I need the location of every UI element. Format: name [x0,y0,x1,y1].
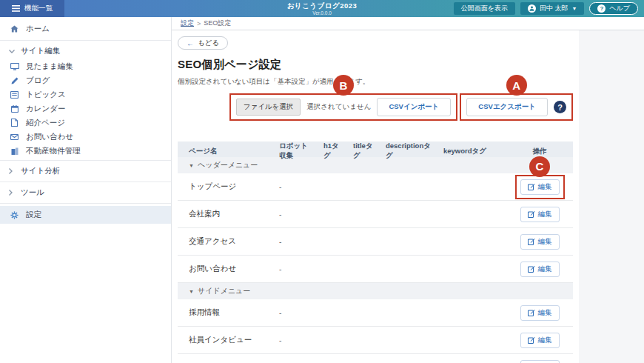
sidebar-item-label: 設定 [26,210,41,220]
sidebar-item-settings[interactable]: 設定 [0,206,171,224]
robot-value: - [268,265,312,273]
main-area: 設定 > SEO設定 ← もどる SEO個別ページ設定 個別設定されていない項目… [172,17,644,363]
edit-label: 編集 [538,182,552,192]
edit-label: 編集 [538,308,552,318]
sidebar-item-label: ブログ [26,76,50,86]
edit-button[interactable]: 編集 [520,179,560,195]
sidebar: ホーム サイト編集 見たまま編集 ブログ トピックス [0,17,172,363]
edit-label: 編集 [538,237,552,247]
edit-button[interactable]: 編集 [520,333,560,348]
sidebar-item-label: 見たまま編集 [26,61,73,72]
no-file-selected-text: 選択されていません [306,102,371,112]
edit-icon [528,210,535,218]
triangle-down-icon: ▼ [189,289,194,294]
table-row: 環境・制度 - 編集 [178,354,573,363]
calendar-icon [10,105,19,113]
annotation-badge-b: B [333,75,354,96]
sidebar-item-label: 不動産物件管理 [26,146,81,156]
table-row: 会社案内 - 編集 [178,201,573,228]
sidebar-item-real-estate[interactable]: 不動産物件管理 [0,144,171,158]
help-icon: ? [597,4,606,13]
sidebar-item-home[interactable]: ホーム [0,20,171,38]
triangle-down-icon: ▼ [189,163,194,168]
sidebar-item-label: ホーム [26,24,50,34]
page-name: お問い合わせ [178,264,268,274]
edit-icon [528,238,535,245]
divider [0,203,171,204]
back-arrow-icon: ← [187,39,194,47]
edit-button[interactable]: 編集 [520,207,560,222]
divider [0,182,171,182]
edit-button[interactable]: 編集 [520,360,560,363]
edit-label: 編集 [538,210,552,219]
page-name: 交通アクセス [178,236,268,247]
user-name: 田中 太郎 [540,4,568,13]
sidebar-section-label: ツール [21,187,44,198]
edit-icon [528,336,535,344]
user-menu-button[interactable]: 田中 太郎 ▼ [520,2,584,15]
robot-value: - [268,309,312,317]
table-row: 社員インタビュー - 編集 [178,327,573,354]
csv-export-button[interactable]: CSVエクスポート [466,98,548,116]
annotation-badge-c: C [529,156,550,177]
sidebar-section-site-analysis[interactable]: サイト分析 [0,163,171,179]
table-row: 採用情報 - 編集 [178,299,573,327]
help-button[interactable]: ? ヘルプ [589,2,638,15]
edit-button[interactable]: 編集 [520,305,560,321]
sidebar-item-label: お問い合わせ [26,132,73,142]
chevron-right-icon [9,190,16,196]
sidebar-item-label: 紹介ページ [26,118,65,128]
column-header-h1: h1タグ [312,141,342,161]
sidebar-item-label: カレンダー [26,104,65,114]
page-name: 採用情報 [178,307,268,318]
table-row: 交通アクセス - 編集 [178,228,573,256]
robot-value: - [268,183,312,191]
content-card: ← もどる SEO個別ページ設定 個別設定されていない項目は「基本設定」が適用さ… [172,30,579,363]
edit-button[interactable]: 編集 [520,262,560,277]
column-header-actions: 操作 [506,147,573,156]
app-title-block: おりこうブログ2023 Ver.0.0.0 [287,0,358,16]
pencil-icon [10,77,19,84]
seo-pages-table: ページ名 ロボット収集 h1タグ titleタグ descriptionタグ k… [178,141,573,363]
sidebar-item-calendar[interactable]: カレンダー [0,101,171,116]
sidebar-item-topics[interactable]: トピックス [0,87,171,101]
group-row-side-menu[interactable]: ▼サイドメニュー [178,283,573,299]
edit-label: 編集 [538,336,552,345]
edit-button[interactable]: 編集 [520,234,560,250]
column-header-keyword: keywordタグ [432,147,506,156]
csv-import-button[interactable]: CSVインポート [377,98,451,116]
edit-icon [528,309,535,316]
back-button[interactable]: ← もどる [178,36,228,50]
user-icon [528,4,536,13]
column-header-title: titleタグ [342,141,375,161]
chevron-down-icon: ▼ [571,6,577,11]
breadcrumb-current: SEO設定 [204,19,231,28]
divider [0,40,171,41]
chevron-right-icon [9,168,16,174]
breadcrumb-parent-link[interactable]: 設定 [181,19,194,28]
group-row-header-menu[interactable]: ▼ヘッダーメニュー [178,157,573,173]
annotation-box-c: C 編集 [515,175,565,199]
home-icon [10,25,19,33]
app-version: Ver.0.0.0 [287,11,358,16]
annotation-box-b: B ファイルを選択 選択されていません CSVインポート [229,93,458,121]
show-public-site-button[interactable]: 公開画面を表示 [454,2,515,15]
building-icon [10,147,19,155]
edit-icon [528,183,535,190]
file-select-button[interactable]: ファイルを選択 [236,99,301,116]
sidebar-item-wysiwyg-edit[interactable]: 見たまま編集 [0,59,171,73]
robot-value: - [268,210,312,219]
sidebar-item-inquiry[interactable]: お問い合わせ [0,130,171,144]
column-header-description: descriptionタグ [375,141,432,161]
mail-icon [10,134,19,140]
sidebar-section-tools[interactable]: ツール [0,184,171,201]
page-name: 社員インタビュー [178,335,268,345]
app-title: おりこうブログ2023 [287,2,358,10]
question-help-icon[interactable]: ? [554,101,566,113]
sidebar-item-label: トピックス [26,90,66,100]
sidebar-section-site-edit[interactable]: サイト編集 [0,43,171,59]
sidebar-item-blog[interactable]: ブログ [0,73,171,87]
robot-value: - [268,336,312,344]
function-list-menu-button[interactable]: 機能一覧 [0,0,64,17]
sidebar-item-intro-page[interactable]: 紹介ページ [0,116,171,130]
